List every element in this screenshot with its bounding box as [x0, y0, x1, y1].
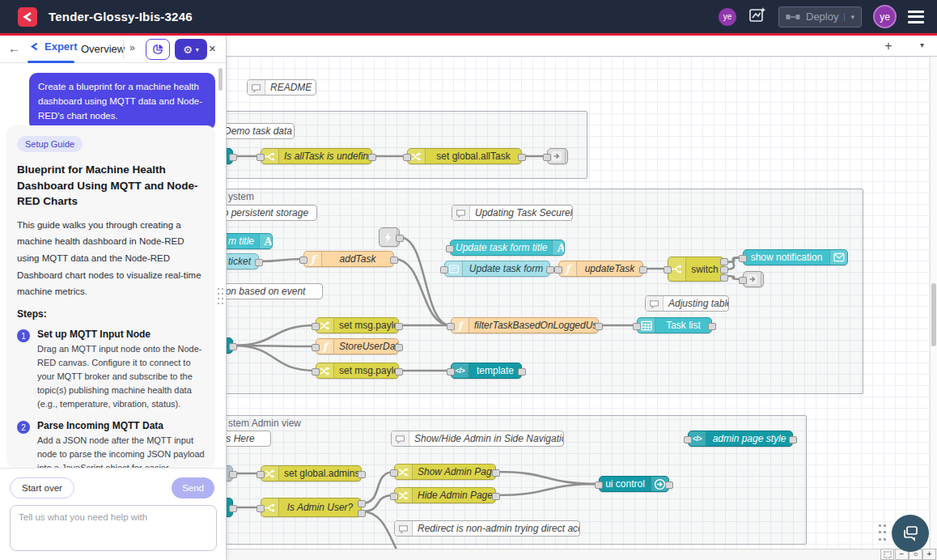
send-button[interactable]: Send	[172, 477, 214, 498]
node-link-out-switch[interactable]	[743, 271, 764, 287]
output-port[interactable]	[720, 274, 728, 282]
comment-demo-task-data[interactable]: Demo task data	[227, 123, 295, 139]
output-port[interactable]	[255, 259, 263, 266]
node-updatetask[interactable]: ƒupdateTask	[558, 261, 643, 277]
output-port[interactable]	[368, 154, 376, 161]
input-port[interactable]	[312, 323, 320, 330]
panel-resize-grip[interactable]	[218, 288, 224, 306]
node-task-list[interactable]: Task list	[637, 317, 712, 333]
vertical-scrollbar[interactable]	[930, 57, 937, 549]
back-arrow-icon[interactable]: ←	[8, 41, 20, 55]
flow-canvas[interactable]: ystemstem Admin viewREADMEDemo task data…	[227, 36, 937, 560]
input-port[interactable]	[403, 154, 411, 161]
input-port[interactable]	[299, 257, 307, 264]
input-port[interactable]	[543, 154, 551, 161]
output-port[interactable]	[639, 266, 647, 274]
flow-list-caret-icon[interactable]: ▾	[920, 40, 924, 49]
comment-redirect-non-admin[interactable]: Redirect is non-admin trying direct acce…	[394, 520, 580, 537]
comment-admins-here[interactable]: mins Here	[227, 431, 271, 447]
output-port[interactable]	[229, 471, 237, 478]
node-form-title-cut[interactable]: Am title	[227, 233, 273, 249]
input-port[interactable]	[447, 323, 455, 330]
node-cut-inject-demo[interactable]	[227, 148, 233, 164]
input-port[interactable]	[257, 154, 265, 161]
input-port[interactable]	[390, 493, 398, 500]
deploy-caret-icon[interactable]: ▾	[844, 13, 854, 21]
input-port[interactable]	[684, 436, 692, 443]
horizontal-scrollbar[interactable]	[227, 549, 937, 560]
input-port[interactable]	[440, 266, 448, 274]
node-set-global-alltask[interactable]: set global.allTask	[407, 148, 522, 164]
output-port[interactable]	[518, 154, 526, 161]
input-port[interactable]	[312, 344, 320, 351]
avatar-user[interactable]: ye	[873, 5, 897, 28]
close-icon[interactable]: ×	[209, 41, 216, 55]
node-cut-link-admin[interactable]	[227, 465, 233, 482]
input-port[interactable]	[739, 277, 747, 284]
comment-readme[interactable]: README	[247, 79, 316, 95]
sidebar-scrollbar-thumb[interactable]	[218, 68, 223, 91]
node-update-task-form[interactable]: Update task form	[444, 261, 550, 277]
input-port[interactable]	[633, 323, 641, 330]
output-port[interactable]	[358, 500, 366, 507]
node-set-msg-payload-1[interactable]: set msg.payload	[316, 317, 399, 333]
output-port[interactable]	[358, 471, 366, 478]
node-cut-inject-admin[interactable]	[227, 498, 233, 517]
output-port[interactable]	[708, 323, 716, 330]
output-port[interactable]	[390, 257, 398, 264]
input-port[interactable]	[595, 482, 603, 489]
input-port[interactable]	[664, 266, 672, 274]
drag-handle-icon[interactable]	[879, 524, 888, 542]
start-over-button[interactable]: Start over	[10, 477, 74, 498]
menu-icon[interactable]	[908, 7, 924, 26]
output-port[interactable]	[358, 510, 366, 517]
input-port[interactable]	[390, 469, 398, 477]
output-port[interactable]	[665, 482, 673, 489]
tab-overview[interactable]: Overview	[81, 43, 125, 55]
node-link-call[interactable]	[379, 227, 400, 247]
output-port[interactable]	[720, 258, 728, 265]
help-input[interactable]	[10, 505, 217, 551]
ai-assistant-icon[interactable]	[748, 6, 767, 28]
output-port[interactable]	[518, 368, 526, 375]
deploy-button[interactable]: Deploy ▾	[778, 6, 862, 28]
comment-persistent-storage[interactable]: sk to persistent storage	[227, 205, 317, 221]
input-port[interactable]	[257, 471, 265, 478]
chat-launcher-button[interactable]	[892, 515, 929, 552]
output-port[interactable]	[229, 154, 237, 161]
input-port[interactable]	[447, 368, 455, 375]
node-ui-control[interactable]: ui control	[599, 476, 669, 492]
node-is-alltask-undefined[interactable]: Is allTask is undefined	[261, 148, 372, 164]
comment-updating-task-securely[interactable]: Updating Task Securely	[452, 205, 573, 221]
vertical-scrollbar-thumb[interactable]	[931, 283, 936, 346]
node-set-msg-payload-2[interactable]: set msg.payload	[316, 363, 399, 379]
output-port[interactable]	[395, 344, 403, 351]
output-port[interactable]	[720, 266, 728, 274]
output-port[interactable]	[395, 323, 403, 330]
input-port[interactable]	[312, 368, 320, 375]
input-port[interactable]	[446, 245, 454, 252]
expand-chevrons-icon[interactable]: »	[129, 42, 135, 53]
output-port[interactable]	[546, 266, 554, 274]
zoom-in-button[interactable]: +	[922, 549, 936, 560]
node-template[interactable]: </>template	[451, 363, 522, 379]
settings-button[interactable]: ⚙▾	[175, 39, 207, 60]
chart-button[interactable]	[146, 39, 170, 60]
node-addtask[interactable]: ƒaddTask	[303, 251, 394, 267]
output-port[interactable]	[229, 343, 237, 350]
node-update-task-form-title[interactable]: AUpdate task form title	[450, 240, 565, 256]
output-port[interactable]	[595, 323, 603, 330]
output-port[interactable]	[492, 493, 500, 500]
node-cut-inject-task[interactable]	[227, 337, 233, 354]
output-port[interactable]	[492, 469, 500, 477]
node-switch[interactable]: switch	[668, 257, 724, 282]
node-admin-page-style[interactable]: </>admin page style	[688, 431, 793, 447]
fit-view-button[interactable]	[880, 549, 894, 560]
output-port[interactable]	[789, 436, 797, 443]
node-is-admin-user[interactable]: Is Admin User?	[261, 498, 362, 517]
node-show-notification[interactable]: show notification	[743, 249, 848, 265]
output-port[interactable]	[229, 505, 237, 512]
node-show-admin-page[interactable]: Show Admin Page	[394, 464, 496, 480]
node-filtertask[interactable]: ƒfilterTaskBasedOnLoggedUser	[451, 317, 599, 333]
input-port[interactable]	[739, 255, 747, 262]
